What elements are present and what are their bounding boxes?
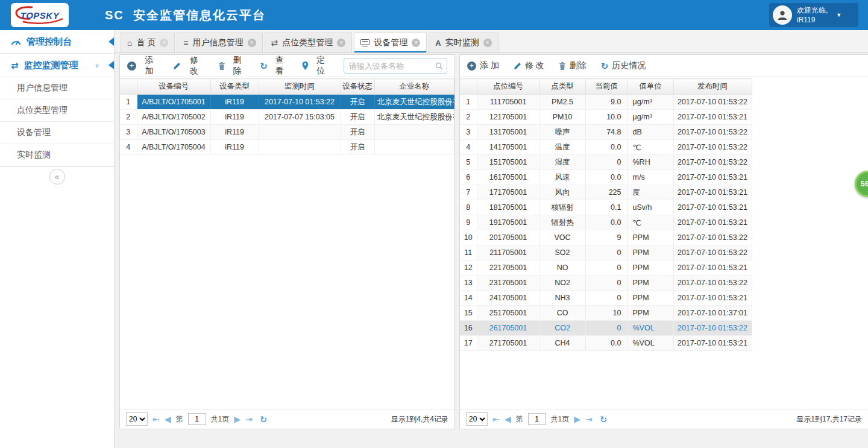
unit-cell: %RH <box>627 155 673 170</box>
device-row[interactable]: 1 A/BJLT/O/1705001 iR119 2017-07-10 01:5… <box>120 95 454 110</box>
monitor-row[interactable]: 5 151705001 湿度 0 %RH 2017-07-10 01:53:22 <box>460 155 752 170</box>
add-button[interactable]: + 添 加 <box>467 60 499 71</box>
device-row[interactable]: 3 A/BJLT/O/1705003 iR119 开启 <box>120 125 454 140</box>
sidebar-item-monitoring[interactable]: ⇄ 监控监测管理 ∨ <box>0 54 114 77</box>
last-page-icon[interactable]: ⇥ <box>245 415 253 423</box>
sidebar-item-user-info[interactable]: 用户信息管理 <box>0 77 114 99</box>
column-header[interactable]: 设备编号 <box>137 79 210 95</box>
monitor-row[interactable]: 14 241705001 NH3 0 PPM 2017-07-10 01:53:… <box>460 291 752 306</box>
point-id-cell: 111705001 <box>477 95 539 110</box>
page-input[interactable] <box>528 413 546 425</box>
column-header[interactable]: 发布时间 <box>673 79 752 95</box>
close-icon[interactable]: × <box>483 39 492 47</box>
search-input[interactable] <box>349 62 433 71</box>
sidebar: 管理控制台 ⇄ 监控监测管理 ∨ 用户信息管理 点位类型管理 设备管理 实时监测… <box>0 30 115 448</box>
column-header[interactable]: 点类型 <box>539 79 585 95</box>
prev-page-icon[interactable]: ◀ <box>165 415 171 423</box>
first-page-icon[interactable]: ⇤ <box>153 415 160 423</box>
last-page-icon[interactable]: ⇥ <box>585 415 593 423</box>
search-icon[interactable] <box>435 62 443 70</box>
close-icon[interactable]: × <box>248 39 256 47</box>
unit-cell: PPM <box>627 260 673 276</box>
sidebar-item-point-type[interactable]: 点位类型管理 <box>0 99 114 122</box>
collapse-sidebar-button[interactable]: « <box>49 169 65 185</box>
close-icon[interactable]: × <box>412 39 420 47</box>
first-page-icon[interactable]: ⇤ <box>492 415 500 423</box>
close-icon[interactable]: × <box>160 39 168 47</box>
sidebar-subitem-label: 用户信息管理 <box>17 83 68 93</box>
monitor-row[interactable]: 3 131705001 噪声 74.8 dB 2017-07-10 01:53:… <box>460 125 752 140</box>
page-size-select[interactable]: 20 <box>126 412 148 426</box>
column-header[interactable]: 企业名称 <box>374 79 454 95</box>
records-summary: 显示1到4,共4记录 <box>391 414 448 424</box>
history-button[interactable]: ↻ 历史情况 <box>601 60 646 71</box>
history-icon: ↻ <box>601 62 609 71</box>
tab-device-mgmt[interactable]: 设备管理 × <box>354 33 427 52</box>
delete-button-label: 删除 <box>570 60 587 71</box>
point-id-cell: 231705001 <box>477 276 539 291</box>
edit-button[interactable]: 修 改 <box>514 60 544 71</box>
device-toolbar: + 添 加 修 改 删除 ↻ 查看 <box>120 55 454 77</box>
user-menu[interactable]: 欢迎光临, iR119 ▼ <box>769 3 858 27</box>
add-button[interactable]: + 添 加 <box>127 55 159 77</box>
row-index: 5 <box>460 155 477 170</box>
column-header[interactable]: 当前值 <box>585 79 627 95</box>
monitor-row[interactable]: 12 221705001 NO 0 PPM 2017-07-10 01:53:2… <box>460 260 752 276</box>
view-button[interactable]: ↻ 查看 <box>260 55 288 77</box>
device-row[interactable]: 4 A/BJLT/O/1705004 iR119 开启 <box>120 140 454 155</box>
point-type-cell: 噪声 <box>539 125 585 140</box>
monitor-row[interactable]: 17 271705001 CH4 0.0 %VOL 2017-07-10 01:… <box>460 336 752 351</box>
monitor-row[interactable]: 2 121705001 PM10 10.0 μg/m³ 2017-07-10 0… <box>460 110 752 125</box>
unit-cell: uSv/h <box>627 200 673 215</box>
sidebar-item-realtime[interactable]: 实时监测 <box>0 144 114 166</box>
point-id-cell: 261705001 <box>477 321 539 336</box>
delete-button[interactable]: 删除 <box>559 60 587 71</box>
monitor-row[interactable]: 11 211705001 SO2 0 PPM 2017-07-10 01:53:… <box>460 245 752 260</box>
monitor-row[interactable]: 7 171705001 风向 225 度 2017-07-10 01:53:21 <box>460 185 752 200</box>
tab-point-type[interactable]: ⇄ 点位类型管理 × <box>265 33 353 52</box>
next-page-icon[interactable]: ▶ <box>574 415 580 423</box>
page-input[interactable] <box>188 413 206 425</box>
next-page-icon[interactable]: ▶ <box>234 415 241 423</box>
monitor-row[interactable]: 9 191705001 辐射热 0.0 ℃ 2017-07-10 01:53:2… <box>460 215 752 230</box>
monitor-row[interactable]: 6 161705001 风速 0.0 m/s 2017-07-10 01:53:… <box>460 170 752 185</box>
monitor-row[interactable]: 8 181705001 核辐射 0.1 uSv/h 2017-07-10 01:… <box>460 200 752 215</box>
close-icon[interactable]: × <box>337 39 345 47</box>
edit-button[interactable]: 修 改 <box>173 55 203 77</box>
prev-page-icon[interactable]: ◀ <box>505 415 511 423</box>
device-row[interactable]: 2 A/BJLT/O/1705002 iR119 2017-07-07 15:0… <box>120 110 454 125</box>
tab-realtime[interactable]: A 实时监测 × <box>429 33 498 52</box>
monitor-row[interactable]: 1 111705001 PM2.5 9.0 μg/m³ 2017-07-10 0… <box>460 95 752 110</box>
column-header[interactable]: 监测时间 <box>259 79 341 95</box>
reload-icon[interactable]: ↻ <box>600 415 608 424</box>
tab-home[interactable]: ⌂ 首 页 × <box>121 33 175 52</box>
row-index: 10 <box>460 230 477 245</box>
monitor-row[interactable]: 4 141705001 温度 0.0 ℃ 2017-07-10 01:53:22 <box>460 140 752 155</box>
sidebar-item-device-mgmt[interactable]: 设备管理 <box>0 122 114 144</box>
monitor-row[interactable]: 13 231705001 NO2 0 PPM 2017-07-10 01:53:… <box>460 276 752 291</box>
device-table-header: 设备编号 设备类型 监测时间 设备状态 企业名称 <box>120 79 454 95</box>
locate-button[interactable]: 定位 <box>302 55 329 77</box>
current-value-cell: 0 <box>585 260 627 276</box>
caret-down-icon: ▼ <box>836 12 841 18</box>
row-index: 4 <box>460 140 477 155</box>
tab-user-info[interactable]: ≡ 用户信息管理 × <box>177 33 262 52</box>
column-header[interactable]: 设备状态 <box>341 79 374 95</box>
logo[interactable]: TOPSKY <box>11 3 69 27</box>
publish-time-cell: 2017-07-10 01:53:21 <box>673 170 752 185</box>
current-value-cell: 0 <box>585 155 627 170</box>
tab-label: 设备管理 <box>374 37 407 48</box>
pencil-icon <box>514 62 521 70</box>
page-size-select[interactable]: 20 <box>466 412 488 426</box>
column-header[interactable]: 值单位 <box>627 79 673 95</box>
monitor-row[interactable]: 10 201705001 VOC 9 PPM 2017-07-10 01:53:… <box>460 230 752 245</box>
point-id-cell: 211705001 <box>477 245 539 260</box>
monitor-row[interactable]: 15 251705001 CO 10 PPM 2017-07-10 01:37:… <box>460 306 752 321</box>
sidebar-item-dashboard[interactable]: 管理控制台 <box>0 30 114 54</box>
unit-cell: %VOL <box>627 336 673 351</box>
column-header[interactable]: 设备类型 <box>210 79 259 95</box>
delete-button[interactable]: 删除 <box>218 55 246 77</box>
reload-icon[interactable]: ↻ <box>260 415 268 424</box>
monitor-row[interactable]: 16 261705001 CO2 0 %VOL 2017-07-10 01:53… <box>460 321 752 336</box>
column-header[interactable]: 点位编号 <box>477 79 539 95</box>
